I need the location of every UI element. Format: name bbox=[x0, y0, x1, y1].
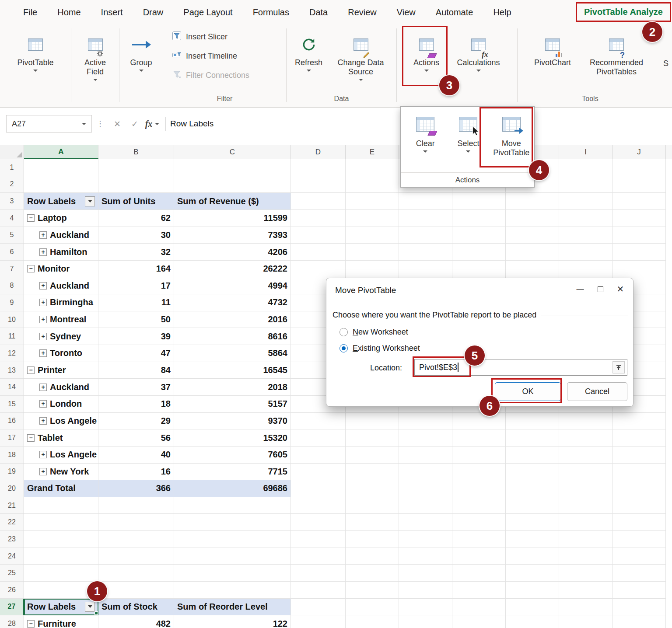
cell-A5[interactable]: +Auckland bbox=[24, 227, 98, 244]
cell-I4[interactable] bbox=[559, 210, 612, 227]
cell-G5[interactable] bbox=[452, 227, 506, 244]
cell-A2[interactable] bbox=[24, 176, 98, 193]
cell-H19[interactable] bbox=[506, 464, 559, 481]
expand-toggle-icon[interactable]: + bbox=[39, 468, 47, 475]
cell-C11[interactable]: 8616 bbox=[174, 328, 291, 345]
cell-B13[interactable]: 84 bbox=[98, 362, 174, 379]
cell-J16[interactable] bbox=[612, 413, 666, 430]
row-header-14[interactable]: 14 bbox=[0, 379, 24, 396]
cell-E4[interactable] bbox=[346, 210, 399, 227]
expand-toggle-icon[interactable]: + bbox=[39, 451, 47, 458]
expand-toggle-icon[interactable]: + bbox=[39, 299, 47, 306]
expand-toggle-icon[interactable]: + bbox=[39, 384, 47, 391]
cell-F26[interactable] bbox=[399, 582, 452, 599]
row-header-16[interactable]: 16 bbox=[0, 413, 24, 430]
calculations-button[interactable]: fx Calculations bbox=[448, 28, 509, 72]
cell-J27[interactable] bbox=[612, 599, 666, 616]
cell-G27[interactable] bbox=[452, 599, 506, 616]
cell-J24[interactable] bbox=[612, 548, 666, 565]
cell-A9[interactable]: +Birmingha bbox=[24, 294, 98, 311]
cell-D26[interactable] bbox=[291, 582, 346, 599]
menu-tab-home[interactable]: Home bbox=[47, 3, 91, 22]
cell-I24[interactable] bbox=[559, 548, 612, 565]
active-field-button[interactable]: Active Field bbox=[73, 28, 118, 81]
cell-G6[interactable] bbox=[452, 244, 506, 261]
insert-timeline-button[interactable]: Insert Timeline bbox=[172, 50, 286, 62]
cell-J22[interactable] bbox=[612, 514, 666, 531]
cell-C22[interactable] bbox=[174, 514, 291, 531]
cell-C13[interactable]: 16545 bbox=[174, 362, 291, 379]
row-header-24[interactable]: 24 bbox=[0, 548, 24, 565]
cell-A21[interactable] bbox=[24, 497, 98, 514]
row-header-19[interactable]: 19 bbox=[0, 464, 24, 481]
expand-toggle-icon[interactable]: + bbox=[39, 400, 47, 408]
cell-E20[interactable] bbox=[346, 480, 399, 497]
cell-B14[interactable]: 37 bbox=[98, 379, 174, 396]
cell-J20[interactable] bbox=[612, 480, 666, 497]
column-header-I[interactable]: I bbox=[559, 145, 612, 159]
menu-tab-page-layout[interactable]: Page Layout bbox=[173, 3, 242, 22]
cell-C26[interactable] bbox=[174, 582, 291, 599]
clipped-button-label[interactable]: S bbox=[663, 25, 672, 68]
cell-J17[interactable] bbox=[612, 429, 666, 447]
cell-E2[interactable] bbox=[346, 176, 399, 193]
cell-J18[interactable] bbox=[612, 447, 666, 464]
cell-F19[interactable] bbox=[399, 464, 452, 481]
cell-A20[interactable]: Grand Total bbox=[24, 480, 98, 497]
expand-toggle-icon[interactable]: + bbox=[39, 333, 47, 340]
cell-D7[interactable] bbox=[291, 261, 346, 278]
column-header-A[interactable]: A bbox=[24, 145, 98, 159]
cell-C16[interactable]: 9370 bbox=[174, 413, 291, 430]
cell-H24[interactable] bbox=[506, 548, 559, 565]
cell-C6[interactable]: 4206 bbox=[174, 244, 291, 261]
cell-A19[interactable]: +New York bbox=[24, 464, 98, 481]
cell-E25[interactable] bbox=[346, 565, 399, 582]
cell-I2[interactable] bbox=[559, 176, 612, 193]
cell-I22[interactable] bbox=[559, 514, 612, 531]
cancel-button[interactable]: Cancel bbox=[567, 382, 627, 401]
row-header-28[interactable]: 28 bbox=[0, 615, 24, 628]
cell-B24[interactable] bbox=[98, 548, 174, 565]
cell-I3[interactable] bbox=[559, 193, 612, 210]
cell-F22[interactable] bbox=[399, 514, 452, 531]
cell-C24[interactable] bbox=[174, 548, 291, 565]
cell-B27[interactable]: Sum of Stock bbox=[98, 599, 174, 616]
menu-tab-insert[interactable]: Insert bbox=[91, 3, 133, 22]
cell-I6[interactable] bbox=[559, 244, 612, 261]
row-header-10[interactable]: 10 bbox=[0, 311, 24, 328]
cell-B19[interactable]: 16 bbox=[98, 464, 174, 481]
cell-C28[interactable]: 122 bbox=[174, 615, 291, 628]
cell-F28[interactable] bbox=[399, 615, 452, 628]
cell-D5[interactable] bbox=[291, 227, 346, 244]
pivottable-button[interactable]: PivotTable bbox=[14, 28, 57, 72]
cell-D6[interactable] bbox=[291, 244, 346, 261]
cell-B21[interactable] bbox=[98, 497, 174, 514]
cell-A15[interactable]: +London bbox=[24, 396, 98, 413]
cell-A23[interactable] bbox=[24, 531, 98, 548]
cell-H28[interactable] bbox=[506, 615, 559, 628]
menu-tab-draw[interactable]: Draw bbox=[133, 3, 174, 22]
cell-I23[interactable] bbox=[559, 531, 612, 548]
cell-D18[interactable] bbox=[291, 447, 346, 464]
cell-C4[interactable]: 11599 bbox=[174, 210, 291, 227]
cell-E5[interactable] bbox=[346, 227, 399, 244]
row-header-23[interactable]: 23 bbox=[0, 531, 24, 548]
expand-toggle-icon[interactable]: + bbox=[39, 231, 47, 239]
cell-A12[interactable]: +Toronto bbox=[24, 345, 98, 362]
menu-tab-review[interactable]: Review bbox=[338, 3, 387, 22]
cell-C12[interactable]: 5864 bbox=[174, 345, 291, 362]
cell-H18[interactable] bbox=[506, 447, 559, 464]
cell-B6[interactable]: 32 bbox=[98, 244, 174, 261]
cell-F5[interactable] bbox=[399, 227, 452, 244]
actions-button[interactable]: Actions bbox=[405, 28, 448, 72]
cell-C27[interactable]: Sum of Reorder Level bbox=[174, 599, 291, 616]
cell-J25[interactable] bbox=[612, 565, 666, 582]
cell-A28[interactable]: −Furniture bbox=[24, 615, 98, 628]
row-header-21[interactable]: 21 bbox=[0, 497, 24, 514]
cell-A7[interactable]: −Monitor bbox=[24, 261, 98, 278]
cell-B16[interactable]: 29 bbox=[98, 413, 174, 430]
cell-D20[interactable] bbox=[291, 480, 346, 497]
cell-B12[interactable]: 47 bbox=[98, 345, 174, 362]
cell-B25[interactable] bbox=[98, 565, 174, 582]
radio-selected-icon[interactable] bbox=[340, 344, 348, 352]
